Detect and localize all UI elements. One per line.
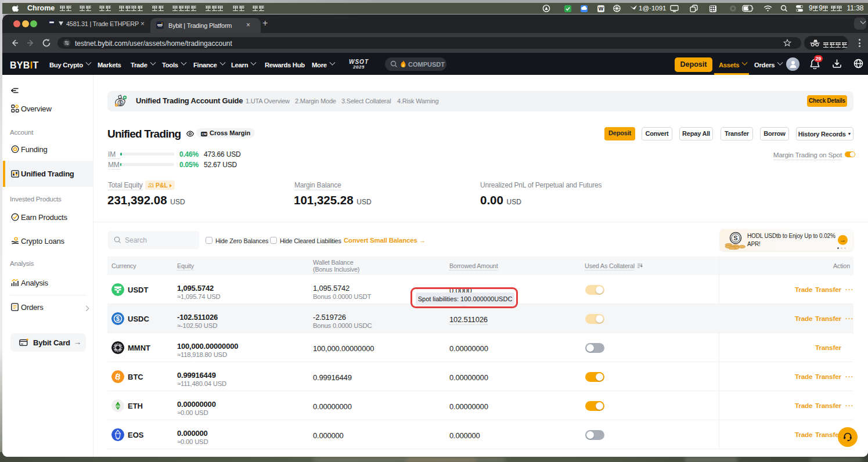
svg-text:S: S <box>733 234 737 241</box>
svg-text:$: $ <box>119 100 122 106</box>
svg-text:$: $ <box>116 315 120 322</box>
